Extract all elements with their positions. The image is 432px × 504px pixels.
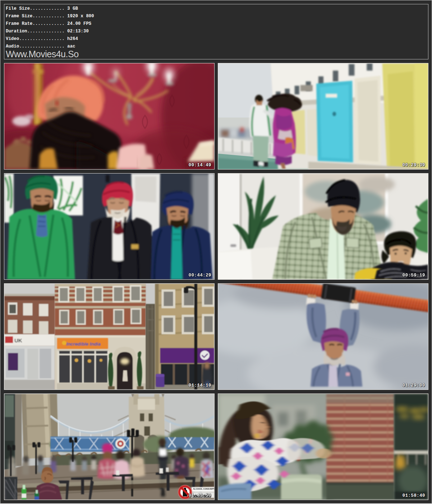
svg-text:Incredible India: Incredible India bbox=[66, 341, 100, 347]
svg-text:UK: UK bbox=[14, 337, 22, 343]
svg-text:ALCOHOL CONSUMPTION IS INJURIO: ALCOHOL CONSUMPTION IS INJURIOU bbox=[193, 488, 214, 490]
